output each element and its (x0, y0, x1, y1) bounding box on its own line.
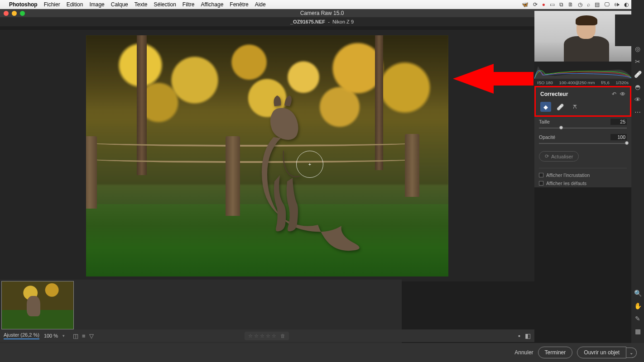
panel-title: Correcteur (540, 91, 568, 97)
ouvrir-split-button: Ouvrir un objet ⌄ (577, 347, 637, 358)
meta-aperture: f/5,6 (601, 80, 610, 85)
menu-aide[interactable]: Aide (255, 1, 266, 8)
binoculars-icon[interactable]: ⌕ (587, 1, 590, 8)
star-icon[interactable]: ☆ (266, 333, 270, 339)
sort-icon[interactable]: ≡ (82, 333, 86, 339)
bottom-toolbar: Ajuster (26,2 %) 100 % ▾ ◫ ≡ ▽ ☆ ☆ ☆ ☆ ☆… (0, 329, 534, 342)
star-icon[interactable]: ☆ (254, 333, 259, 339)
afficher-defauts-checkbox[interactable]: Afficher les défauts (534, 179, 631, 187)
taille-value-input[interactable] (610, 119, 627, 125)
opacite-label: Opacité (539, 134, 555, 140)
rating-stars[interactable]: ☆ ☆ ☆ ☆ ☆ 🗑 (245, 332, 289, 340)
volume-icon[interactable]: 🕪 (614, 1, 620, 8)
menubar-right: 🦋 ⟳ ● ▭ ⧉ 🗎 ◷ ⌕ ▤ 🖵 🕪 ◐ (522, 1, 639, 8)
menu-edition[interactable]: Edition (67, 1, 83, 8)
file-name-label: _OZ91675.NEF - Nikon Z 9 (290, 19, 354, 24)
before-after-icon[interactable]: ◧ (525, 332, 531, 339)
record-icon[interactable]: ● (542, 1, 545, 8)
afficher-incrustation-checkbox[interactable]: Afficher l'incrustation (534, 171, 631, 179)
star-icon[interactable]: ☆ (248, 333, 253, 339)
menu-calque[interactable]: Calque (111, 1, 128, 8)
taille-slider-track[interactable] (539, 126, 627, 130)
histogram[interactable] (534, 62, 631, 79)
zoom-level[interactable]: 100 % (44, 333, 58, 338)
photo-metadata: ISO 180 100-400@250 mm f/5,6 1/320s (534, 79, 631, 86)
canvas-area[interactable] (0, 30, 534, 281)
taille-label: Taille (539, 119, 550, 124)
correcteur-panel-header[interactable]: Correcteur ↶ 👁 (537, 88, 629, 100)
menu-image[interactable]: Image (89, 1, 104, 8)
star-icon[interactable]: ☆ (260, 333, 264, 339)
right-tool-rail: ◎ ✂ 🩹 ◓ 👁 ⋯ 🔍 ✋ ✎ ▦ (631, 0, 644, 362)
footer-bar: Annuler Terminer Ouvrir un objet ⌄ (0, 343, 644, 362)
menu-filtre[interactable]: Filtre (183, 1, 195, 8)
fit-zoom-button[interactable]: Ajuster (26,2 %) (4, 332, 39, 339)
windows-icon[interactable]: ⧉ (559, 1, 563, 8)
single-view-icon[interactable]: ▪ (518, 332, 520, 339)
healing-tool-row: ◆ 🩹 ⚻ (537, 100, 629, 114)
screen-icon[interactable]: ▭ (550, 1, 555, 8)
heal-tool[interactable]: 🩹 (555, 102, 566, 112)
menu-affichage[interactable]: Affichage (201, 1, 224, 8)
compare-icon[interactable]: ◫ (73, 333, 78, 339)
opacite-slider-track[interactable] (539, 141, 627, 146)
mac-menubar: Photoshop Fichier Edition Image Calque T… (0, 0, 644, 9)
webcam-overlay (534, 11, 631, 62)
ouvrir-button[interactable]: Ouvrir un objet (577, 347, 626, 358)
right-panel: ISO 180 100-400@250 mm f/5,6 1/320s Corr… (534, 11, 631, 187)
clock-icon[interactable]: ◷ (578, 1, 582, 8)
window-title: Camera Raw 15.0 (300, 10, 344, 16)
display-icon[interactable]: 🖵 (604, 1, 610, 8)
sync-icon[interactable]: ⟳ (533, 1, 538, 8)
terminer-button[interactable]: Terminer (538, 347, 573, 358)
color-sampler-icon[interactable]: ✎ (635, 315, 640, 322)
meta-lens: 100-400@250 mm (559, 80, 595, 85)
preview-image (86, 35, 448, 276)
minimize-window-button[interactable] (12, 11, 17, 16)
menu-fenetre[interactable]: Fenêtre (230, 1, 248, 8)
opacite-slider: Opacité (534, 132, 631, 148)
maximize-window-button[interactable] (20, 11, 25, 16)
star-icon[interactable]: ☆ (272, 333, 276, 339)
filter-icon[interactable]: ▽ (89, 333, 94, 339)
dnd-icon[interactable]: ◐ (624, 1, 629, 8)
meta-iso: ISO 180 (537, 80, 553, 85)
trash-icon[interactable]: 🗑 (280, 333, 285, 339)
healing-brush-cursor (296, 151, 323, 178)
meta-shutter: 1/320s (615, 80, 629, 85)
annotation-highlight: Correcteur ↶ 👁 ◆ 🩹 ⚻ (534, 86, 631, 117)
app-name[interactable]: Photoshop (9, 1, 38, 8)
healing-icon[interactable]: 🩹 (634, 71, 642, 78)
visibility-icon[interactable]: 👁 (620, 91, 625, 97)
panels-icon[interactable]: ▤ (595, 1, 600, 8)
mask-icon[interactable]: ◓ (635, 83, 640, 90)
edit-icon[interactable]: ◎ (635, 45, 640, 52)
opacite-value-input[interactable] (610, 134, 627, 140)
annuler-button[interactable]: Annuler (514, 349, 533, 356)
actualiser-button: ⟳ Actualiser (539, 151, 579, 162)
checkbox-icon[interactable] (539, 181, 543, 186)
page-icon[interactable]: 🗎 (568, 1, 573, 8)
checkbox-icon[interactable] (539, 173, 543, 177)
redeye-icon[interactable]: 👁 (634, 96, 641, 103)
menu-selection[interactable]: Sélection (154, 1, 176, 8)
refresh-icon: ⟳ (545, 153, 549, 159)
ouvrir-dropdown-icon[interactable]: ⌄ (626, 348, 637, 358)
divider (539, 168, 627, 168)
menu-fichier[interactable]: Fichier (44, 1, 60, 8)
butterfly-icon[interactable]: 🦋 (522, 1, 529, 8)
content-aware-remove-tool[interactable]: ◆ (540, 102, 551, 112)
taille-slider: Taille (534, 117, 631, 132)
grid-icon[interactable]: ▦ (635, 328, 641, 335)
crop-icon[interactable]: ✂ (635, 58, 640, 65)
zoom-tool-icon[interactable]: 🔍 (634, 290, 642, 297)
reset-icon[interactable]: ↶ (612, 91, 616, 97)
clone-stamp-tool[interactable]: ⚻ (569, 102, 580, 112)
zoom-dropdown-icon[interactable]: ▾ (62, 333, 65, 338)
thumbnail[interactable] (1, 281, 74, 329)
traffic-lights (4, 11, 25, 16)
hand-tool-icon[interactable]: ✋ (634, 302, 642, 310)
close-window-button[interactable] (4, 11, 9, 16)
presets-icon[interactable]: ⋯ (634, 109, 641, 116)
menu-texte[interactable]: Texte (135, 1, 148, 8)
